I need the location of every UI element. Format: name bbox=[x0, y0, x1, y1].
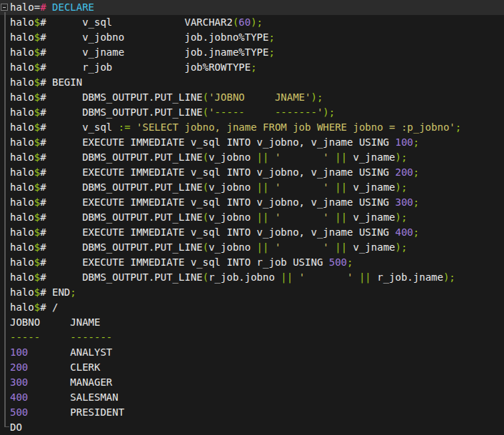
text-segment: r_job.jobno bbox=[208, 271, 281, 283]
text-segment: || bbox=[257, 241, 269, 253]
text-segment: ( bbox=[203, 211, 208, 223]
terminal-line: halo$# DBMS_OUTPUT.PUT_LINE(v_jobno || '… bbox=[0, 150, 504, 165]
text-segment: ); bbox=[443, 271, 455, 283]
text-segment: # bbox=[40, 286, 52, 298]
text-segment: 60 bbox=[238, 16, 251, 28]
text-segment: JOBNO JNAME bbox=[10, 316, 100, 328]
text-segment: ); bbox=[395, 211, 408, 223]
text-segment bbox=[268, 211, 274, 223]
minus-glyph bbox=[3, 7, 6, 8]
text-segment: # bbox=[40, 1, 46, 13]
terminal-line: halo$# DBMS_OUTPUT.PUT_LINE(v_jobno || '… bbox=[0, 240, 504, 255]
text-segment: # bbox=[40, 136, 52, 148]
terminal-line: halo$# EXECUTE IMMEDIATE v_sql INTO r_jo… bbox=[0, 255, 504, 270]
text-segment: halo bbox=[10, 121, 34, 133]
text-segment: halo bbox=[10, 181, 34, 193]
terminal-line: halo$# END; bbox=[0, 285, 504, 300]
text-segment: $ bbox=[34, 91, 40, 103]
text-segment: halo bbox=[10, 136, 34, 148]
text-segment: EXECUTE IMMEDIATE v_sql INTO v_jobno, v_… bbox=[52, 196, 395, 208]
text-segment bbox=[293, 271, 298, 283]
text-segment: v_jobno bbox=[208, 241, 256, 253]
text-segment: halo bbox=[10, 271, 34, 283]
text-segment: # bbox=[40, 46, 52, 58]
text-segment: PRESIDENT bbox=[28, 406, 124, 418]
text-segment: # bbox=[40, 91, 52, 103]
terminal-screen[interactable]: halo=# DECLAREhalo$# v_sql VARCHAR2(60);… bbox=[0, 0, 504, 435]
text-segment: EXECUTE IMMEDIATE v_sql INTO v_jobno, v_… bbox=[52, 136, 395, 148]
text-segment: ----- ------- bbox=[215, 106, 317, 118]
text-segment: DBMS_OUTPUT.PUT_LINE bbox=[52, 181, 203, 193]
text-segment: $ bbox=[34, 76, 40, 88]
text-segment: ----- ------- bbox=[10, 331, 112, 343]
text-segment: ( bbox=[203, 241, 208, 253]
text-segment: ); bbox=[251, 16, 263, 28]
text-segment: # bbox=[40, 181, 52, 193]
text-segment: 300 bbox=[395, 196, 413, 208]
text-segment: DECLARE bbox=[52, 1, 94, 13]
text-segment: ' bbox=[208, 106, 214, 118]
text-segment bbox=[268, 151, 274, 163]
text-segment: 100 bbox=[395, 136, 413, 148]
text-segment: # bbox=[40, 241, 52, 253]
text-segment: halo bbox=[10, 106, 34, 118]
text-segment: $ bbox=[34, 61, 40, 73]
text-segment: v_jobno bbox=[208, 211, 256, 223]
text-segment: # bbox=[40, 121, 52, 133]
text-segment: ' ' bbox=[275, 151, 329, 163]
text-segment: halo bbox=[10, 256, 34, 268]
text-segment: $ bbox=[34, 271, 40, 283]
terminal-line: halo$# EXECUTE IMMEDIATE v_sql INTO v_jo… bbox=[0, 165, 504, 180]
text-segment: DBMS_OUTPUT.PUT_LINE bbox=[52, 151, 203, 163]
text-segment: # bbox=[40, 226, 52, 238]
text-segment: v_jname bbox=[347, 211, 395, 223]
terminal-line: ----- ------- bbox=[0, 330, 504, 345]
text-segment: DBMS_OUTPUT.PUT_LINE bbox=[52, 271, 203, 283]
text-segment: || bbox=[335, 181, 347, 193]
text-segment bbox=[131, 121, 136, 133]
text-segment: $ bbox=[34, 136, 40, 148]
text-segment: EXECUTE IMMEDIATE v_sql INTO r_job USING bbox=[52, 256, 329, 268]
text-segment bbox=[46, 1, 52, 13]
text-segment: 100 bbox=[10, 346, 28, 358]
terminal-line: 300 MANAGER bbox=[0, 375, 504, 390]
text-segment: 300 bbox=[10, 376, 28, 388]
text-segment: CLERK bbox=[28, 361, 100, 373]
text-segment: 500 bbox=[329, 256, 347, 268]
text-segment: r_job job%ROWTYPE bbox=[52, 61, 251, 73]
text-segment: $ bbox=[34, 121, 40, 133]
text-segment: halo bbox=[10, 166, 34, 178]
text-segment: # bbox=[40, 106, 52, 118]
text-segment: halo bbox=[10, 91, 34, 103]
text-segment: $ bbox=[34, 286, 40, 298]
text-segment: v_sql bbox=[52, 121, 119, 133]
text-segment: ; bbox=[413, 166, 419, 178]
text-segment: halo bbox=[10, 286, 34, 298]
text-segment: DBMS_OUTPUT.PUT_LINE bbox=[52, 241, 203, 253]
terminal-line: halo=# DECLARE bbox=[0, 0, 504, 15]
text-segment: ); bbox=[323, 106, 335, 118]
text-segment: halo bbox=[10, 16, 34, 28]
text-segment: ; bbox=[268, 31, 274, 43]
text-segment: ( bbox=[203, 91, 208, 103]
text-segment: ; bbox=[413, 136, 419, 148]
terminal-line: 500 PRESIDENT bbox=[0, 405, 504, 420]
text-segment: $ bbox=[34, 256, 40, 268]
text-segment: ; bbox=[347, 256, 353, 268]
text-segment: $ bbox=[34, 226, 40, 238]
fold-collapse-icon[interactable] bbox=[1, 4, 8, 11]
text-segment: halo bbox=[10, 76, 34, 88]
text-segment: ; bbox=[413, 226, 419, 238]
text-segment: $ bbox=[34, 31, 40, 43]
text-segment: halo bbox=[10, 61, 34, 73]
text-segment: ( bbox=[203, 106, 208, 118]
terminal-line: halo$# EXECUTE IMMEDIATE v_sql INTO v_jo… bbox=[0, 135, 504, 150]
text-segment: SALESMAN bbox=[28, 391, 118, 403]
text-segment: || bbox=[335, 151, 347, 163]
text-segment: ANALYST bbox=[28, 346, 112, 358]
text-segment: $ bbox=[34, 106, 40, 118]
text-segment: || bbox=[257, 211, 269, 223]
text-segment: EXECUTE IMMEDIATE v_sql INTO v_jobno, v_… bbox=[52, 166, 395, 178]
text-segment: DBMS_OUTPUT.PUT_LINE bbox=[52, 106, 203, 118]
text-segment: 'SELECT jobno, jname FROM job WHERE jobn… bbox=[136, 121, 455, 133]
